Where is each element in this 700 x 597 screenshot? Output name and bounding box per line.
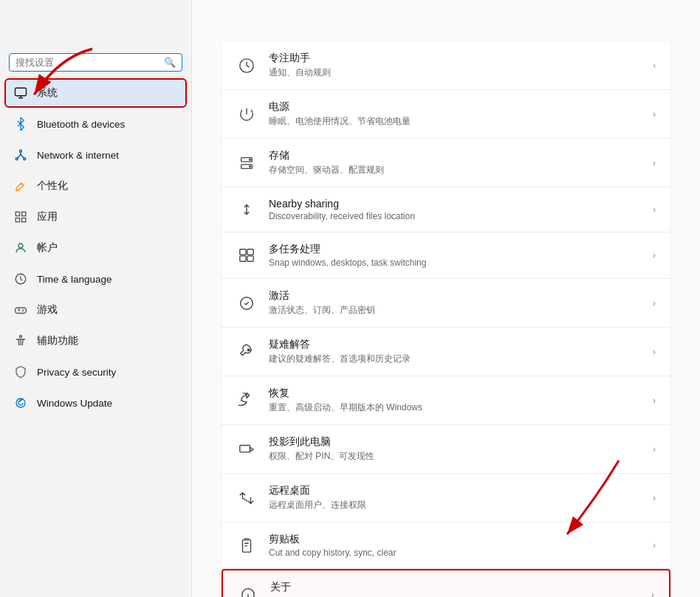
nearby-icon: [236, 199, 257, 220]
sidebar-item-accounts[interactable]: 帐户: [4, 233, 187, 263]
search-box[interactable]: 🔍: [9, 53, 182, 72]
sidebar-item-privacy[interactable]: Privacy & security: [4, 357, 187, 387]
item-subtitle-power: 睡眠、电池使用情况、节省电池电量: [269, 115, 641, 128]
sidebar-nav: 系统Bluetooth & devicesNetwork & internet个…: [0, 77, 191, 597]
svg-rect-21: [240, 256, 246, 261]
item-text-multitask: 多任务处理Snap windows, desktops, task switch…: [269, 243, 641, 268]
item-title-about: 关于: [270, 581, 639, 594]
svg-rect-12: [16, 308, 27, 314]
item-text-storage: 存储存储空间、驱动器、配置规则: [269, 149, 641, 176]
svg-rect-19: [240, 249, 246, 255]
item-title-troubleshoot: 疑难解答: [269, 338, 641, 351]
sidebar-item-update[interactable]: Windows Update: [4, 388, 187, 418]
sidebar-item-network[interactable]: Network & internet: [4, 140, 187, 170]
item-subtitle-remote: 远程桌面用户、连接权限: [269, 499, 641, 511]
settings-item-power[interactable]: 电源睡眠、电池使用情况、节省电池电量›: [222, 90, 670, 139]
settings-item-activation[interactable]: 激活激活状态、订阅、产品密钥›: [222, 279, 670, 328]
settings-item-focus[interactable]: 专注助手通知、自动规则›: [222, 41, 670, 90]
search-icon: 🔍: [164, 57, 176, 68]
sidebar-item-apps[interactable]: 应用: [4, 202, 187, 232]
storage-icon: [236, 153, 257, 173]
item-title-multitask: 多任务处理: [269, 243, 641, 256]
user-icon: [13, 241, 28, 255]
item-text-nearby: Nearby sharingDiscoverability, received …: [269, 198, 641, 221]
bluetooth-icon: [13, 117, 28, 131]
svg-rect-7: [22, 212, 26, 215]
sidebar-item-label-system: 系统: [37, 86, 58, 100]
svg-rect-22: [247, 256, 253, 261]
item-text-power: 电源睡眠、电池使用情况、节省电池电量: [269, 100, 641, 128]
recovery-icon: [236, 390, 257, 411]
chevron-right-icon-about: ›: [651, 590, 654, 598]
chevron-right-icon-recovery: ›: [653, 396, 656, 406]
item-text-clipboard: 剪贴板Cut and copy history, sync, clear: [269, 533, 641, 558]
app-logo: [0, 9, 191, 53]
power-icon: [236, 104, 257, 125]
search-input[interactable]: [16, 57, 159, 68]
sidebar-item-label-time: Time & language: [37, 274, 112, 285]
sidebar: 🔍 系统Bluetooth & devicesNetwork & interne…: [0, 0, 192, 597]
settings-item-remote[interactable]: 远程桌面远程桌面用户、连接权限›: [222, 474, 670, 522]
update-icon: [13, 396, 28, 410]
focus-icon: [236, 55, 257, 76]
sidebar-item-label-update: Windows Update: [37, 398, 112, 409]
sidebar-item-label-accessibility: 辅助功能: [37, 334, 78, 348]
settings-item-storage[interactable]: 存储存储空间、驱动器、配置规则›: [222, 139, 670, 187]
settings-item-multitask[interactable]: 多任务处理Snap windows, desktops, task switch…: [222, 232, 670, 279]
sidebar-item-system[interactable]: 系统: [4, 78, 187, 108]
network-icon: [13, 148, 28, 162]
remote-icon: [236, 488, 257, 508]
svg-point-13: [20, 336, 22, 338]
logo-icon: [12, 15, 38, 41]
chevron-right-icon-power: ›: [653, 109, 656, 120]
item-text-focus: 专注助手通知、自动规则: [269, 52, 641, 79]
item-subtitle-multitask: Snap windows, desktops, task switching: [269, 258, 641, 268]
settings-item-project[interactable]: 投影到此电脑权限、配对 PIN、可发现性›: [222, 425, 670, 474]
item-title-storage: 存储: [269, 149, 641, 162]
settings-item-troubleshoot[interactable]: 疑难解答建议的疑难解答、首选项和历史记录›: [222, 328, 670, 376]
chevron-right-icon-nearby: ›: [653, 204, 656, 215]
item-text-troubleshoot: 疑难解答建议的疑难解答、首选项和历史记录: [269, 338, 641, 365]
sidebar-item-label-accounts: 帐户: [37, 241, 58, 255]
svg-point-17: [250, 159, 251, 160]
sidebar-item-bluetooth[interactable]: Bluetooth & devices: [4, 109, 187, 139]
svg-point-5: [24, 158, 26, 160]
project-icon: [236, 439, 257, 460]
computer-icon: [13, 86, 28, 100]
svg-point-10: [18, 244, 23, 248]
sidebar-item-label-gaming: 游戏: [37, 303, 58, 317]
item-title-power: 电源: [269, 100, 641, 114]
clipboard-icon: [236, 535, 257, 556]
settings-list: 专注助手通知、自动规则›电源睡眠、电池使用情况、节省电池电量›存储存储空间、驱动…: [222, 41, 670, 597]
item-title-clipboard: 剪贴板: [269, 533, 641, 546]
sidebar-item-label-apps: 应用: [37, 210, 58, 224]
settings-item-nearby[interactable]: Nearby sharingDiscoverability, received …: [222, 187, 670, 232]
apps-icon: [13, 210, 28, 224]
item-subtitle-project: 权限、配对 PIN、可发现性: [269, 450, 641, 463]
item-subtitle-troubleshoot: 建议的疑难解答、首选项和历史记录: [269, 353, 641, 365]
sidebar-item-time[interactable]: Time & language: [4, 264, 187, 294]
sidebar-item-gaming[interactable]: 游戏: [4, 295, 187, 325]
chevron-right-icon-focus: ›: [653, 61, 656, 71]
time-icon: [13, 272, 28, 286]
settings-item-recovery[interactable]: 恢复重置、高级启动、早期版本的 Windows›: [222, 376, 670, 425]
item-subtitle-nearby: Discoverability, received files location: [269, 211, 641, 221]
item-title-nearby: Nearby sharing: [269, 198, 641, 210]
main-content: 专注助手通知、自动规则›电源睡眠、电池使用情况、节省电池电量›存储存储空间、驱动…: [192, 0, 700, 597]
chevron-right-icon-clipboard: ›: [653, 540, 656, 551]
sidebar-item-accessibility[interactable]: 辅助功能: [4, 326, 187, 356]
item-title-focus: 专注助手: [269, 52, 641, 65]
svg-rect-9: [22, 218, 26, 222]
svg-rect-6: [16, 212, 19, 215]
sidebar-item-personalization[interactable]: 个性化: [4, 171, 187, 201]
item-subtitle-clipboard: Cut and copy history, sync, clear: [269, 548, 641, 558]
item-subtitle-focus: 通知、自动规则: [269, 66, 641, 79]
sidebar-item-label-personalization: 个性化: [37, 179, 68, 193]
settings-item-about[interactable]: 关于设备规格、重命名电脑、Windows 规格›: [222, 569, 670, 597]
item-title-activation: 激活: [269, 289, 641, 303]
item-text-remote: 远程桌面远程桌面用户、连接权限: [269, 484, 641, 511]
sidebar-item-label-bluetooth: Bluetooth & devices: [37, 119, 125, 130]
svg-point-18: [250, 165, 251, 167]
paint-icon: [13, 179, 28, 193]
settings-item-clipboard[interactable]: 剪贴板Cut and copy history, sync, clear›: [222, 522, 670, 569]
